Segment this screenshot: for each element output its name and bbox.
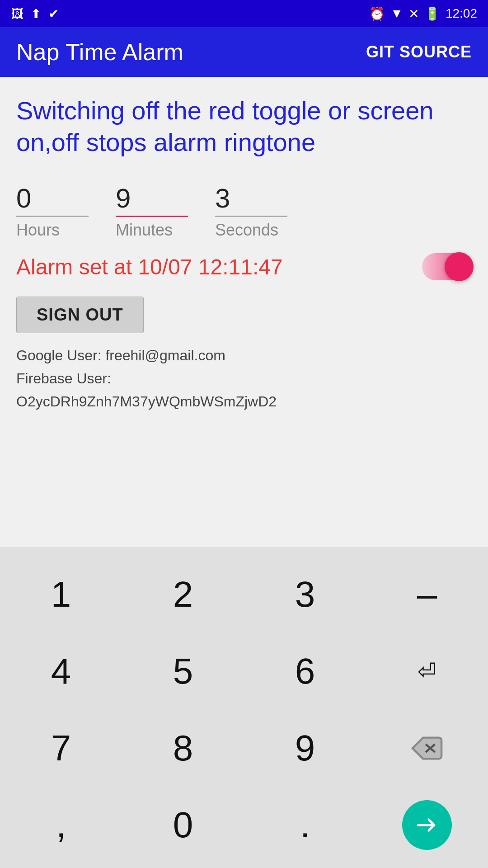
- hours-input[interactable]: [16, 181, 89, 217]
- key-newline[interactable]: ⏎: [366, 633, 488, 710]
- app-bar: Nap Time Alarm GIT SOURCE: [0, 27, 488, 77]
- keyboard-row-1: 1 2 3 –: [0, 556, 488, 633]
- sign-out-button[interactable]: SIGN OUT: [16, 297, 144, 333]
- alarm-status-row: Alarm set at 10/07 12:11:47: [16, 253, 472, 280]
- google-user-label: Google User: freehil@gmail.com: [16, 344, 472, 367]
- key-delete[interactable]: [366, 710, 488, 787]
- key-9[interactable]: 9: [244, 710, 366, 787]
- firebase-user-label: Firebase User: O2ycDRh9Znh7M37yWQmbWSmZj…: [16, 367, 472, 413]
- signal-off-icon: ✕: [408, 6, 419, 21]
- key-comma[interactable]: ,: [0, 787, 122, 863]
- status-bar: 🖼 ⬆ ✔ ⏰ ▼ ✕ 🔋 12:02: [0, 0, 488, 27]
- main-content: Switching off the red toggle or screen o…: [0, 77, 488, 547]
- key-0[interactable]: 0: [122, 787, 244, 863]
- info-text: Switching off the red toggle or screen o…: [16, 95, 472, 158]
- key-1[interactable]: 1: [0, 556, 122, 633]
- status-icons-right: ⏰ ▼ ✕ 🔋 12:02: [369, 6, 477, 21]
- minutes-field: Minutes: [116, 181, 188, 240]
- check-icon: ✔: [48, 6, 59, 21]
- key-7[interactable]: 7: [0, 710, 122, 787]
- upload-icon: ⬆: [31, 6, 41, 21]
- hours-label: Hours: [16, 221, 60, 240]
- key-5[interactable]: 5: [122, 633, 244, 710]
- user-info: Google User: freehil@gmail.com Firebase …: [16, 344, 472, 414]
- alarm-toggle[interactable]: [422, 253, 472, 280]
- status-icons-left: 🖼 ⬆ ✔: [11, 6, 59, 21]
- seconds-input[interactable]: [215, 181, 287, 217]
- app-title: Nap Time Alarm: [16, 38, 183, 66]
- key-dot[interactable]: .: [244, 787, 366, 863]
- battery-icon: 🔋: [424, 6, 440, 21]
- image-icon: 🖼: [11, 6, 23, 21]
- keyboard-row-3: 7 8 9: [0, 710, 488, 787]
- git-source-button[interactable]: GIT SOURCE: [366, 42, 472, 61]
- wifi-icon: ▼: [390, 6, 403, 21]
- toggle-thumb: [445, 252, 474, 281]
- hours-field: Hours: [16, 181, 89, 240]
- key-3[interactable]: 3: [244, 556, 366, 633]
- alarm-clock-icon: ⏰: [369, 6, 385, 21]
- seconds-label: Seconds: [215, 221, 278, 240]
- seconds-field: Seconds: [215, 181, 287, 240]
- key-8[interactable]: 8: [122, 710, 244, 787]
- minutes-input[interactable]: [116, 181, 188, 217]
- time-inputs-row: Hours Minutes Seconds: [16, 181, 472, 240]
- key-enter[interactable]: [402, 800, 452, 850]
- alarm-status-text: Alarm set at 10/07 12:11:47: [16, 255, 283, 279]
- keyboard: 1 2 3 – 4 5 6 ⏎ 7 8 9 , 0 .: [0, 547, 488, 868]
- firebase-user-id: O2ycDRh9Znh7M37yWQmbWSmZjwD2: [16, 393, 277, 410]
- key-2[interactable]: 2: [122, 556, 244, 633]
- clock-time: 12:02: [446, 6, 477, 21]
- key-enter-container[interactable]: [366, 787, 488, 863]
- key-dash[interactable]: –: [366, 556, 488, 633]
- key-4[interactable]: 4: [0, 633, 122, 710]
- enter-arrow-icon: [413, 811, 441, 839]
- key-6[interactable]: 6: [244, 633, 366, 710]
- keyboard-row-4: , 0 .: [0, 787, 488, 863]
- minutes-label: Minutes: [116, 221, 173, 240]
- keyboard-row-2: 4 5 6 ⏎: [0, 633, 488, 710]
